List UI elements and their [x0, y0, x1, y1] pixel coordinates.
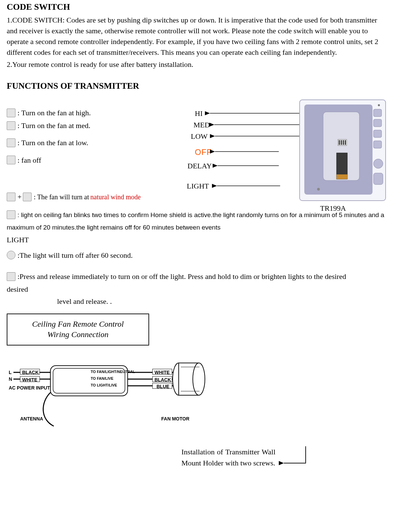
label-N: N — [9, 376, 12, 382]
label-light: LIGHT — [187, 182, 209, 191]
install-arrow — [279, 443, 319, 470]
label-delay: DELAY — [187, 162, 212, 170]
svg-rect-8 — [304, 105, 373, 195]
svg-rect-21 — [374, 159, 383, 168]
label-to-neutral: TO FAN/LIGHT/NEUTRAL — [91, 370, 135, 374]
home-shield-desc: : light on ceiling fan blinks two times … — [7, 211, 384, 231]
label-to-lightlive: TO LIGHT/LIVE — [91, 383, 117, 387]
wiring-title-l2: Wiring Connection — [11, 329, 145, 340]
light-desc: :Press and release immediately to turn o… — [17, 270, 346, 283]
label-acpower: AC POWER INPUT — [9, 385, 50, 391]
delay-icon — [7, 251, 15, 259]
label-off: OFF — [195, 148, 212, 157]
svg-point-23 — [378, 104, 380, 106]
code-switch-item2: 2.Your remote control is ready for use a… — [7, 59, 386, 70]
svg-rect-11 — [339, 140, 340, 145]
svg-rect-15 — [337, 153, 347, 179]
light-icon — [7, 272, 15, 281]
light-desc2: level and release. . — [7, 296, 386, 307]
svg-rect-19 — [374, 130, 382, 137]
light-desired: desired — [7, 284, 386, 295]
med-desc: : Turn on the fan at med. — [17, 119, 90, 132]
functions-heading: FUNCTIONS OF TRANSMITTER — [7, 81, 386, 91]
svg-rect-16 — [337, 174, 347, 179]
label-antenna: ANTENNA — [20, 416, 43, 421]
label-hi: HI — [195, 109, 203, 118]
svg-rect-7 — [300, 100, 386, 201]
hi-icon — [7, 109, 15, 117]
svg-rect-13 — [343, 140, 344, 145]
svg-rect-22 — [374, 173, 383, 185]
svg-rect-9 — [323, 112, 359, 180]
low-icon — [7, 138, 15, 147]
label-low: LOW — [191, 132, 208, 141]
svg-rect-10 — [338, 139, 347, 146]
label-L: L — [9, 370, 12, 375]
svg-rect-14 — [345, 140, 346, 145]
combo-icon-2 — [23, 193, 32, 201]
label-black: BLACK — [22, 370, 39, 375]
wiring-diagram: L N BLACK WHITE AC POWER INPUT ANTENNA T… — [7, 356, 242, 443]
delay-desc: :The light will turn off after 60 second… — [17, 249, 133, 261]
label-to-fanlive: TO FAN/LIVE — [91, 376, 114, 380]
off-icon — [7, 156, 15, 164]
off-desc: : fan off — [17, 154, 41, 166]
label-white: WHITE — [22, 377, 37, 382]
label-med: MED — [193, 121, 210, 129]
wiring-title-l1: Ceiling Fan Remote Control — [11, 319, 145, 329]
label-white2: WHITE — [155, 370, 170, 375]
svg-rect-17 — [374, 109, 382, 117]
low-desc: : Turn on the fan at low. — [17, 136, 88, 149]
hi-desc: : Turn on the fan at high. — [17, 107, 91, 119]
code-switch-item1: 1.CODE SWITCH: Codes are set by pushing … — [7, 15, 386, 58]
svg-point-34 — [193, 363, 205, 395]
code-switch-lead: 1.CODE SWITCH: — [7, 16, 67, 24]
light-header: LIGHT — [7, 236, 386, 244]
svg-rect-20 — [374, 141, 382, 148]
plus-text: + — [17, 191, 21, 203]
install-note: Installation of Transmitter Wall Mount H… — [181, 446, 275, 468]
code-switch-heading: CODE SWITCH — [7, 2, 386, 12]
nat-wind-pre: : The fan will turn at — [34, 191, 89, 203]
nat-wind-red: natural wind mode — [90, 191, 141, 203]
label-blue: BLUE — [157, 384, 169, 389]
label-fanmotor: FAN MOTOR — [161, 416, 189, 421]
med-icon — [7, 121, 15, 130]
shield-icon — [7, 210, 15, 219]
combo-icon-1 — [7, 193, 15, 201]
svg-rect-12 — [341, 140, 342, 145]
wiring-title-box: Ceiling Fan Remote Control Wiring Connec… — [7, 314, 149, 345]
label-black2: BLACK — [155, 377, 171, 382]
svg-rect-18 — [374, 119, 382, 127]
